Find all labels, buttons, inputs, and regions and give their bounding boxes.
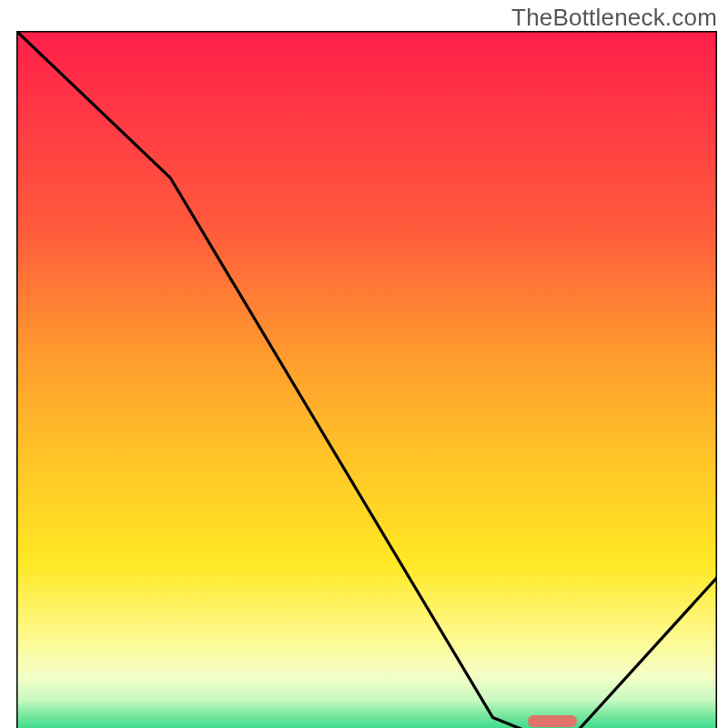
plot-area — [16, 31, 717, 728]
ideal-range-marker — [528, 715, 577, 727]
watermark-text: TheBottleneck.com — [511, 4, 717, 32]
chart-svg — [16, 31, 717, 728]
chart-frame: TheBottleneck.com — [0, 0, 728, 728]
gradient-background — [16, 31, 717, 728]
